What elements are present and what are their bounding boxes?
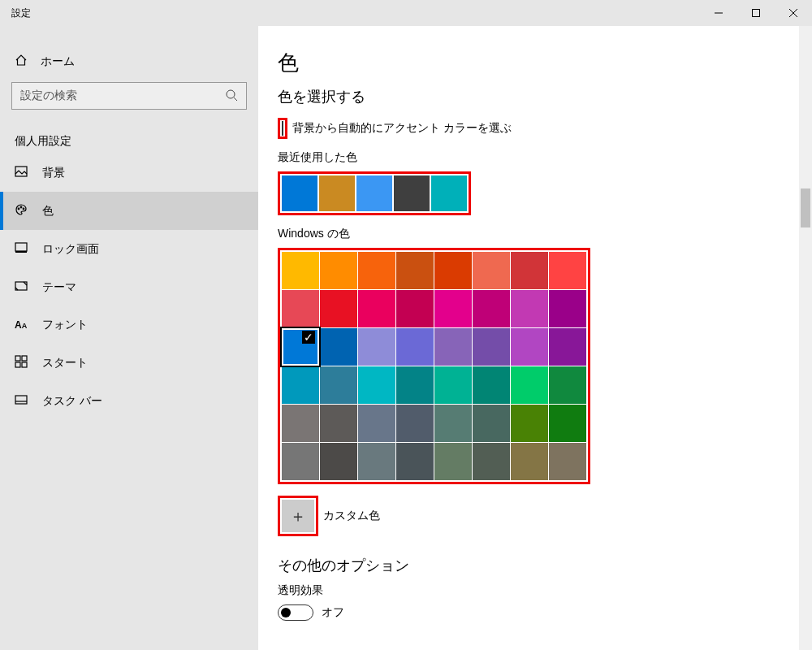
picture-icon — [15, 165, 28, 180]
sidebar-item-lockscreen[interactable]: ロック画面 — [0, 230, 258, 268]
sidebar-item-label: フォント — [42, 318, 88, 332]
color-swatch[interactable] — [320, 328, 357, 366]
sidebar-home[interactable]: ホーム — [0, 46, 258, 77]
recent-color-swatch[interactable] — [356, 176, 392, 211]
color-swatch[interactable] — [473, 366, 510, 404]
search-input[interactable]: 設定の検索 — [11, 82, 247, 110]
color-swatch[interactable] — [434, 443, 472, 480]
add-custom-color-button[interactable]: ＋ — [282, 500, 314, 532]
window-controls — [700, 0, 812, 26]
color-swatch[interactable] — [549, 366, 586, 404]
recent-color-swatch[interactable] — [394, 176, 430, 211]
color-swatch[interactable] — [396, 443, 434, 480]
minimize-button[interactable] — [700, 0, 737, 26]
color-swatch[interactable] — [396, 290, 434, 327]
svg-rect-14 — [22, 356, 27, 361]
color-swatch[interactable] — [549, 252, 586, 289]
sidebar-item-label: タスク バー — [42, 394, 102, 409]
svg-point-4 — [227, 90, 235, 98]
sidebar-item-themes[interactable]: テーマ — [0, 268, 258, 306]
close-button[interactable] — [775, 0, 812, 26]
color-swatch[interactable] — [511, 443, 548, 480]
svg-rect-15 — [15, 362, 20, 367]
color-swatch[interactable] — [320, 252, 357, 289]
color-swatch[interactable] — [549, 290, 586, 327]
recent-color-swatch[interactable] — [282, 176, 317, 211]
color-swatch[interactable] — [511, 405, 548, 442]
color-swatch[interactable] — [396, 405, 434, 442]
svg-line-5 — [234, 98, 237, 101]
auto-accent-checkbox[interactable] — [282, 121, 283, 136]
color-swatch[interactable] — [434, 366, 472, 404]
sidebar-home-label: ホーム — [41, 54, 75, 69]
home-icon — [15, 54, 28, 69]
color-swatch[interactable] — [396, 252, 434, 289]
color-swatch[interactable] — [358, 366, 395, 404]
color-swatch[interactable] — [320, 366, 357, 404]
sidebar-item-fonts[interactable]: AA フォント — [0, 306, 258, 344]
color-swatch[interactable] — [549, 443, 586, 480]
color-swatch[interactable] — [511, 252, 548, 289]
color-swatch[interactable] — [473, 328, 510, 366]
color-swatch[interactable] — [320, 290, 357, 327]
color-swatch[interactable] — [358, 252, 395, 289]
color-swatch[interactable] — [358, 405, 395, 442]
scrollbar-thumb[interactable] — [801, 188, 810, 228]
color-swatch[interactable] — [282, 252, 319, 289]
svg-point-9 — [23, 208, 24, 210]
fonts-icon: AA — [15, 319, 28, 331]
recent-color-swatch[interactable] — [319, 176, 355, 211]
color-swatch[interactable] — [282, 290, 319, 327]
color-swatch[interactable] — [396, 328, 434, 366]
sidebar-item-label: スタート — [42, 356, 88, 370]
color-swatch[interactable] — [320, 443, 357, 480]
windows-colors-grid — [282, 252, 586, 480]
recent-color-swatch[interactable] — [431, 176, 467, 211]
search-icon — [225, 89, 238, 104]
themes-icon — [15, 280, 28, 295]
sidebar-item-start[interactable]: スタート — [0, 344, 258, 382]
svg-rect-16 — [22, 362, 27, 367]
maximize-button[interactable] — [737, 0, 775, 26]
color-swatch[interactable] — [511, 366, 548, 404]
svg-point-8 — [20, 206, 22, 208]
color-swatch[interactable] — [511, 290, 548, 327]
window-title: 設定 — [0, 6, 31, 20]
transparency-toggle[interactable] — [278, 604, 313, 621]
titlebar: 設定 — [0, 0, 812, 26]
color-swatch[interactable] — [358, 290, 395, 327]
highlight-recent — [278, 171, 471, 215]
lockscreen-icon — [15, 241, 28, 257]
taskbar-icon — [15, 393, 28, 409]
svg-rect-17 — [15, 396, 27, 404]
svg-point-7 — [18, 208, 19, 210]
svg-rect-6 — [15, 167, 27, 176]
color-swatch[interactable] — [358, 328, 395, 366]
color-swatch[interactable] — [549, 405, 586, 442]
svg-rect-1 — [753, 10, 760, 17]
sidebar-item-colors[interactable]: 色 — [0, 192, 258, 230]
color-swatch[interactable] — [434, 405, 472, 442]
color-swatch[interactable] — [358, 443, 395, 480]
color-swatch[interactable] — [549, 328, 586, 366]
color-swatch[interactable] — [282, 328, 319, 366]
color-swatch[interactable] — [320, 405, 357, 442]
highlight-custom: ＋ — [278, 496, 318, 536]
color-swatch[interactable] — [434, 290, 472, 327]
scrollbar[interactable] — [799, 26, 812, 650]
color-swatch[interactable] — [473, 405, 510, 442]
color-swatch[interactable] — [473, 252, 510, 289]
palette-icon — [15, 203, 28, 219]
color-swatch[interactable] — [282, 405, 319, 442]
color-swatch[interactable] — [473, 443, 510, 480]
color-swatch[interactable] — [434, 328, 472, 366]
color-swatch[interactable] — [282, 366, 319, 404]
color-swatch[interactable] — [282, 443, 319, 480]
sidebar-item-background[interactable]: 背景 — [0, 154, 258, 192]
color-swatch[interactable] — [511, 328, 548, 366]
page-title: 色 — [278, 49, 812, 77]
sidebar-item-taskbar[interactable]: タスク バー — [0, 382, 258, 420]
color-swatch[interactable] — [396, 366, 434, 404]
color-swatch[interactable] — [434, 252, 472, 289]
color-swatch[interactable] — [473, 290, 510, 327]
